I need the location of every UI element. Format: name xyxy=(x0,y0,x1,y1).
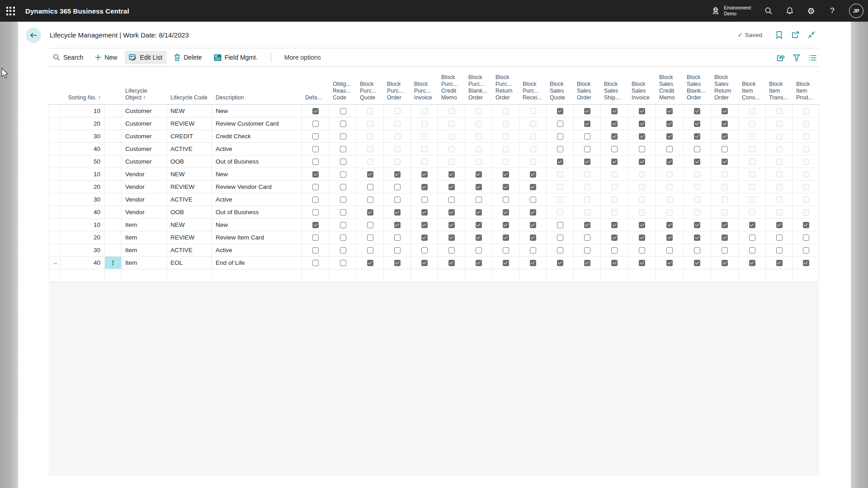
checkbox-block-sales-credit-memo[interactable] xyxy=(666,260,673,266)
cell-block-item-consumption[interactable] xyxy=(739,244,766,257)
cell-block-purch-order[interactable] xyxy=(384,257,411,269)
checkbox-block-item-consumption[interactable] xyxy=(749,247,755,253)
cell-block-purch-receipt[interactable] xyxy=(519,155,547,168)
cell-block-item-consumption[interactable] xyxy=(739,257,766,269)
cell-sorting-no[interactable]: 20 xyxy=(61,231,105,244)
cell-block-sales-return-order[interactable] xyxy=(711,219,739,231)
checkbox-block-purch-quote[interactable] xyxy=(367,260,373,266)
cell-block-sales-invoice[interactable] xyxy=(628,117,656,130)
cell-lifecycle-object[interactable]: Vendor xyxy=(122,168,167,181)
cell-lifecycle-object[interactable]: Customer xyxy=(122,117,167,130)
cell-default[interactable] xyxy=(302,155,330,168)
cell-oblig-reason-code[interactable] xyxy=(330,143,357,155)
cell-sorting-no[interactable]: 40 xyxy=(61,143,105,155)
checkbox-block-purch-quote[interactable] xyxy=(367,235,373,241)
delete-button[interactable]: Delete xyxy=(170,51,206,64)
cell-lifecycle-object[interactable]: Item xyxy=(122,244,167,257)
empty-cell[interactable] xyxy=(793,269,819,282)
cell-row-gutter[interactable]: → xyxy=(49,257,61,269)
cell-block-sales-order[interactable] xyxy=(574,155,601,168)
table-row[interactable]: 30CustomerCREDITCredit Check xyxy=(49,130,819,143)
empty-cell[interactable] xyxy=(656,269,684,282)
cell-block-purch-blanket-order[interactable] xyxy=(465,155,492,168)
cell-row-gutter[interactable] xyxy=(49,206,61,219)
checkbox-block-sales-return-order[interactable] xyxy=(722,108,728,114)
cell-block-purch-blanket-order[interactable] xyxy=(465,231,492,244)
checkbox-block-sales-credit-memo[interactable] xyxy=(666,133,673,140)
cell-default[interactable] xyxy=(302,231,330,244)
checkbox-default[interactable] xyxy=(312,171,319,178)
cell-block-purch-return-order[interactable] xyxy=(492,193,519,206)
checkbox-default[interactable] xyxy=(312,108,319,114)
checkbox-block-item-consumption[interactable] xyxy=(749,222,755,228)
cell-block-item-consumption[interactable] xyxy=(739,130,766,143)
cell-block-purch-blanket-order[interactable] xyxy=(465,130,492,143)
cell-lifecycle-object[interactable]: Vendor xyxy=(122,206,167,219)
cell-block-sales-shipment[interactable] xyxy=(601,231,628,244)
cell-block-purch-invoice[interactable] xyxy=(411,219,438,231)
cell-row-gutter[interactable] xyxy=(49,155,61,168)
more-options-button[interactable]: More options xyxy=(280,51,325,64)
cell-sorting-no[interactable]: 10 xyxy=(61,219,105,231)
checkbox-block-purch-return-order[interactable] xyxy=(503,184,509,190)
checkbox-block-sales-order[interactable] xyxy=(584,133,590,140)
cell-block-purch-invoice[interactable] xyxy=(411,155,438,168)
checkbox-default[interactable] xyxy=(312,209,319,216)
empty-cell[interactable] xyxy=(411,269,438,282)
cell-description[interactable]: New xyxy=(212,105,302,117)
cell-block-sales-order[interactable] xyxy=(574,117,601,130)
empty-cell[interactable] xyxy=(574,269,601,282)
cell-block-purch-quote[interactable] xyxy=(357,117,384,130)
cell-block-sales-invoice[interactable] xyxy=(628,155,656,168)
cell-block-sales-credit-memo[interactable] xyxy=(656,257,684,269)
cell-lifecycle-object[interactable]: Vendor xyxy=(122,181,167,193)
cell-block-sales-shipment[interactable] xyxy=(601,105,628,117)
cell-block-sales-quote[interactable] xyxy=(547,105,574,117)
cell-block-sales-credit-memo[interactable] xyxy=(656,219,684,231)
empty-cell[interactable] xyxy=(49,269,61,282)
cell-block-purch-return-order[interactable] xyxy=(492,244,519,257)
user-avatar[interactable]: JP xyxy=(849,4,863,18)
checkbox-block-sales-shipment[interactable] xyxy=(611,247,618,253)
cell-block-sales-order[interactable] xyxy=(574,257,601,269)
checkbox-block-item-transfer[interactable] xyxy=(776,247,783,253)
column-header-block-item-consumption[interactable]: BlockItemCons... xyxy=(739,81,766,104)
bookmark-icon[interactable] xyxy=(775,31,783,39)
app-title[interactable]: Dynamics 365 Business Central xyxy=(25,7,129,15)
checkbox-block-sales-return-order[interactable] xyxy=(722,133,728,140)
checkbox-oblig-reason-code[interactable] xyxy=(340,197,346,203)
cell-block-purch-receipt[interactable] xyxy=(519,130,547,143)
cell-block-purch-receipt[interactable] xyxy=(519,219,547,231)
cell-block-purch-receipt[interactable] xyxy=(519,181,547,193)
checkbox-block-purch-blanket-order[interactable] xyxy=(476,184,482,190)
checkbox-block-sales-shipment[interactable] xyxy=(611,159,618,165)
cell-block-sales-blanket-order[interactable] xyxy=(684,193,711,206)
checkbox-block-purch-blanket-order[interactable] xyxy=(476,235,482,241)
cell-block-item-consumption[interactable] xyxy=(739,143,766,155)
column-header-block-item-transfer[interactable]: BlockItemTrans... xyxy=(766,81,793,104)
empty-cell[interactable] xyxy=(61,269,105,282)
cell-block-sales-blanket-order[interactable] xyxy=(684,105,711,117)
cell-description[interactable]: Active xyxy=(212,143,302,155)
cell-block-item-transfer[interactable] xyxy=(766,143,793,155)
column-header-block-sales-order[interactable]: BlockSalesOrder xyxy=(574,81,601,104)
checkbox-block-item-production[interactable] xyxy=(803,235,809,241)
cell-block-purch-return-order[interactable] xyxy=(492,143,519,155)
checkbox-default[interactable] xyxy=(312,222,319,228)
cell-block-item-production[interactable] xyxy=(793,257,819,269)
checkbox-block-purch-invoice[interactable] xyxy=(421,171,428,178)
cell-block-item-transfer[interactable] xyxy=(766,155,793,168)
cell-lifecycle-object[interactable]: Customer xyxy=(122,155,167,168)
cell-block-sales-order[interactable] xyxy=(574,181,601,193)
cell-block-sales-quote[interactable] xyxy=(547,219,574,231)
cell-block-sales-return-order[interactable] xyxy=(711,143,739,155)
column-header-block-purch-blanket-order[interactable]: BlockPurc...Blank...Order xyxy=(465,74,492,104)
selected-cell-options-icon[interactable]: ⋮ xyxy=(105,257,122,269)
checkbox-block-purch-return-order[interactable] xyxy=(503,260,509,266)
empty-cell[interactable] xyxy=(357,269,384,282)
cell-block-purch-blanket-order[interactable] xyxy=(465,181,492,193)
checkbox-block-sales-order[interactable] xyxy=(584,247,590,253)
cell-sorting-no[interactable]: 40 xyxy=(61,257,105,269)
cell-lifecycle-code[interactable]: REVIEW xyxy=(167,117,212,130)
cell-block-sales-blanket-order[interactable] xyxy=(684,143,711,155)
